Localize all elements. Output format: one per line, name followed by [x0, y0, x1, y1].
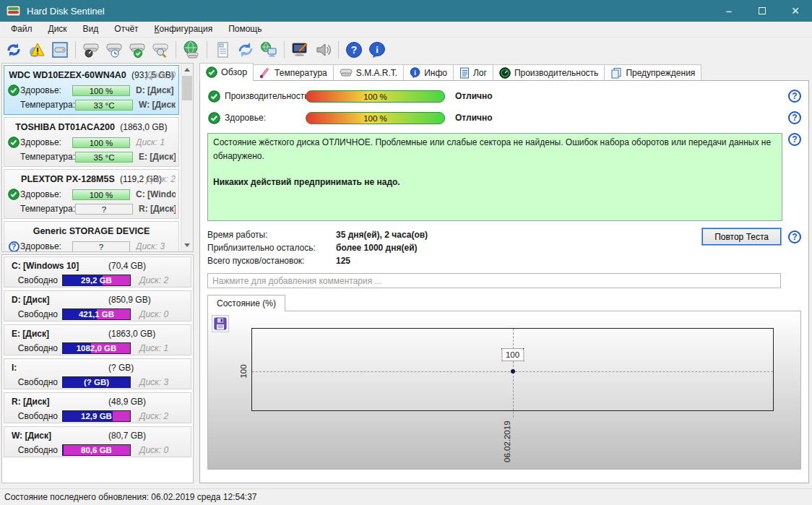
speaker-icon[interactable]	[312, 40, 334, 60]
health-label: Здоровье:	[20, 189, 72, 199]
disk-size: (1863,0 GB)	[120, 122, 167, 132]
help-toolbar-icon[interactable]: ?	[343, 40, 365, 60]
save-chart-button[interactable]	[212, 315, 229, 332]
performance-row: Производительность: 100 % Отлично ?	[207, 90, 801, 103]
report-icon[interactable]	[212, 40, 233, 60]
free-space-bar: 29,2 GB	[62, 275, 131, 286]
menu-view[interactable]: Вид	[75, 22, 107, 37]
help-icon[interactable]: ?	[788, 133, 801, 146]
disk-list-scrollbar[interactable]	[181, 64, 193, 251]
menu-help[interactable]: Помощь	[220, 22, 269, 37]
disk-card-wdc[interactable]: WDC WD10EZEX-60WN4A0 (931,5 GB) Диск: 0 …	[4, 65, 179, 115]
tab-temperature[interactable]: Температура	[254, 64, 334, 81]
warning-report-icon[interactable]	[26, 40, 48, 60]
toolbar: ? i	[0, 38, 812, 61]
info-toolbar-icon[interactable]: i	[366, 40, 388, 60]
health-bar: ?	[72, 241, 130, 252]
menu-configuration[interactable]: Конфигурация	[147, 22, 221, 37]
partition-card-r[interactable]: R: [Диск] (48,9 GB) Свободно 12,9 GB Дис…	[4, 392, 191, 423]
disk-card-toshiba[interactable]: TOSHIBA DT01ACA200 (1863,0 GB) Здоровье:…	[4, 117, 179, 167]
refresh-icon[interactable]	[3, 40, 25, 60]
tab-info[interactable]: i Инфо	[404, 64, 454, 81]
chart-tabbar: Состояние (%)	[207, 295, 801, 311]
sync-icon[interactable]	[235, 40, 256, 60]
data-point-label: 100	[501, 348, 524, 361]
temp-label: Температура:	[20, 100, 75, 110]
close-button[interactable]: ×	[779, 0, 812, 22]
globe-disk-icon[interactable]	[181, 40, 202, 60]
help-icon[interactable]: ?	[788, 90, 801, 103]
free-space-bar: (? GB)	[62, 376, 131, 388]
mapped-drive: W: [Диск]	[139, 100, 176, 110]
minimize-icon: −	[726, 5, 733, 17]
disk-card-generic[interactable]: Generic STORAGE DEVICE ? Здоровье: ? Дис…	[4, 221, 179, 252]
retest-button[interactable]: Повтор Теста	[702, 228, 781, 245]
disk-clock-icon[interactable]	[103, 40, 125, 60]
help-icon[interactable]: ?	[788, 230, 801, 243]
disk-check-icon[interactable]	[126, 40, 148, 60]
app-icon[interactable]	[7, 5, 21, 17]
maximize-icon	[759, 7, 766, 14]
tab-log[interactable]: Лог	[454, 64, 493, 81]
chart-tab-health[interactable]: Состояние (%)	[207, 295, 285, 311]
health-label: Здоровье:	[20, 85, 72, 95]
partition-card-e[interactable]: E: [Диск] (1863,0 GB) Свободно 1082,0 GB…	[4, 324, 191, 355]
mapped-drive: C: [Windows	[136, 189, 176, 199]
performance-label: Производительность:	[225, 91, 306, 101]
disk-card-plextor[interactable]: PLEXTOR PX-128M5S (119,2 GB) Диск: 2 Здо…	[4, 169, 179, 219]
disk-number: Диск: 2	[139, 411, 168, 421]
mapped-drive: D: [Диск]	[136, 85, 174, 95]
network-computer-icon[interactable]	[258, 40, 280, 60]
check-circle-icon	[207, 90, 220, 103]
sidebar: WDC WD10EZEX-60WN4A0 (931,5 GB) Диск: 0 …	[0, 61, 194, 488]
svg-text:i: i	[414, 69, 416, 76]
scroll-down-icon[interactable]	[181, 239, 193, 251]
tab-performance[interactable]: Производительность	[493, 64, 605, 81]
temp-label: Температура:	[20, 152, 75, 162]
tab-smart[interactable]: S.M.A.R.T.	[334, 64, 404, 81]
partition-size: (850,9 GB)	[108, 293, 151, 307]
disk-search-icon[interactable]	[150, 40, 171, 60]
data-point	[511, 369, 515, 374]
health-bar: 100 %	[72, 85, 130, 96]
disk-number: Диск: 1	[136, 137, 165, 147]
health-ok-icon	[7, 85, 20, 96]
comment-input[interactable]	[207, 273, 781, 288]
maximize-button[interactable]	[746, 0, 779, 22]
partition-card-w[interactable]: W: [Диск] (80,7 GB) Свободно 80,6 GB Дис…	[4, 426, 191, 457]
partition-size: (80,7 GB)	[108, 429, 146, 443]
disk-number: Диск: 1	[139, 343, 168, 353]
partition-size: (? GB)	[108, 361, 134, 375]
scroll-up-icon[interactable]	[181, 64, 193, 76]
health-bar: 100 %	[72, 137, 130, 148]
save-icon	[214, 317, 227, 330]
tab-alerts[interactable]: Предупреждения	[605, 64, 701, 81]
disk-window-icon[interactable]	[49, 40, 71, 60]
free-label: Свободно	[7, 275, 62, 285]
temp-bar: ?	[75, 204, 133, 215]
status-message-box: Состояние жёсткого диска ОТЛИЧНОЕ. Пробл…	[207, 133, 782, 221]
tabbar: Обзор Температура S.M.A.R.T. i Инфо Лог …	[199, 63, 809, 81]
partition-card-d[interactable]: D: [Диск] (850,9 GB) Свободно 421,1 GB Д…	[4, 290, 191, 321]
partition-card-i[interactable]: I: (? GB) Свободно (? GB) Диск: 3	[4, 358, 191, 389]
disk-list: WDC WD10EZEX-60WN4A0 (931,5 GB) Диск: 0 …	[1, 63, 194, 252]
partition-drive: E: [Диск]	[7, 329, 49, 339]
health-bar: 100 %	[306, 112, 445, 124]
menu-file[interactable]: Файл	[3, 22, 40, 37]
scrollbar-thumb[interactable]	[182, 76, 192, 100]
menu-report[interactable]: Отчёт	[106, 22, 146, 37]
disk-name: TOSHIBA DT01ACA200	[15, 122, 115, 132]
disk-gauge-icon[interactable]	[80, 40, 102, 60]
minimize-button[interactable]: −	[712, 0, 746, 22]
partition-drive: D: [Диск]	[7, 295, 50, 305]
svg-text:?: ?	[351, 44, 358, 56]
tab-overview[interactable]: Обзор	[199, 63, 254, 81]
monitor-pen-icon[interactable]	[289, 40, 311, 60]
menu-disk[interactable]: Диск	[40, 22, 75, 37]
status-advice: Никаких действий предпринимать не надо.	[213, 176, 777, 189]
partition-card-c[interactable]: C: [Windows 10] (70,4 GB) Свободно 29,2 …	[4, 256, 191, 288]
free-label: Свободно	[7, 377, 62, 387]
free-space-bar: 80,6 GB	[62, 444, 131, 456]
svg-text:i: i	[376, 44, 379, 55]
help-icon[interactable]: ?	[788, 111, 801, 124]
